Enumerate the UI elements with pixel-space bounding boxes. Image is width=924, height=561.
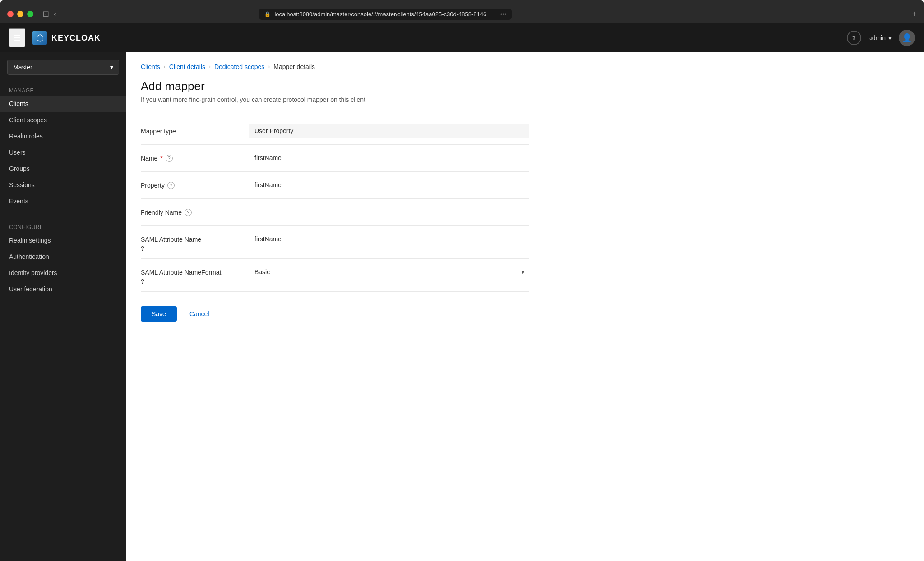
breadcrumb-sep-2: › [209,64,211,70]
mapper-type-field [249,124,529,138]
realm-selector[interactable]: Master ▾ [7,60,119,75]
sidebar-item-identity-providers[interactable]: Identity providers [0,265,126,281]
sidebar-item-client-scopes[interactable]: Client scopes [0,112,126,128]
form-row-friendly-name: Friendly Name ? [141,199,529,226]
breadcrumb: Clients › Client details › Dedicated sco… [141,63,910,70]
breadcrumb-client-details[interactable]: Client details [169,63,205,70]
admin-menu[interactable]: admin ▾ [869,34,892,41]
admin-chevron: ▾ [888,34,892,41]
url-text: localhost:8080/admin/master/console/#/ma… [274,11,486,18]
form-actions: Save Cancel [141,292,529,322]
sidebar-item-realm-roles[interactable]: Realm roles [0,128,126,144]
traffic-light-red[interactable] [7,11,14,17]
property-input[interactable] [249,178,529,192]
breadcrumb-current: Mapper details [273,63,315,70]
brand-name: KEYCLOAK [51,33,101,43]
back-btn[interactable]: ‹ [54,9,56,19]
lock-icon: 🔒 [264,11,271,17]
sidebar: Master ▾ Manage Clients Client scopes Re… [0,52,126,561]
cancel-button[interactable]: Cancel [184,306,215,322]
sidebar-item-users[interactable]: Users [0,144,126,161]
new-tab-btn[interactable]: + [912,9,917,19]
sidebar-item-events[interactable]: Events [0,193,126,209]
mapper-type-label: Mapper type [141,124,240,135]
form-row-saml-nameformat: SAML Attribute NameFormat ? Basic URI Re… [141,259,529,292]
admin-avatar[interactable]: 👤 [899,30,915,46]
form-row-saml-attr-name: SAML Attribute Name ? [141,226,529,259]
admin-label: admin [869,34,886,41]
brand-logo-link[interactable]: KEYCLOAK [32,31,101,45]
saml-nameformat-select-wrapper: Basic URI Reference Unspecified ▾ [249,265,529,279]
navbar-right: ? admin ▾ 👤 [847,30,915,46]
friendly-name-help-icon[interactable]: ? [185,209,192,216]
saml-attr-name-input[interactable] [249,232,529,246]
save-button[interactable]: Save [141,306,177,322]
main-content: Clients › Client details › Dedicated sco… [126,52,924,561]
property-field [249,178,529,192]
saml-nameformat-select[interactable]: Basic URI Reference Unspecified [249,265,529,279]
sidebar-divider [0,215,126,215]
hamburger-menu[interactable]: ☰ [9,28,25,47]
sidebar-item-authentication[interactable]: Authentication [0,248,126,265]
window-toggle-btn[interactable]: ⊡ [42,9,49,19]
sidebar-item-realm-settings[interactable]: Realm settings [0,232,126,248]
name-label: Name * ? [141,151,240,162]
name-input[interactable] [249,151,529,165]
property-help-icon[interactable]: ? [167,182,175,189]
manage-section-label: Manage [0,84,126,96]
traffic-light-green[interactable] [27,11,33,17]
saml-attr-name-help-icon[interactable]: ? [141,245,144,252]
breadcrumb-clients[interactable]: Clients [141,63,160,70]
saml-nameformat-help-icon[interactable]: ? [141,278,144,285]
form-container: Mapper type Name * ? [141,118,529,322]
friendly-name-label: Friendly Name ? [141,205,240,216]
help-button[interactable]: ? [847,31,861,45]
page-title: Add mapper [141,79,910,93]
sidebar-item-groups[interactable]: Groups [0,161,126,177]
keycloak-logo [32,31,47,45]
page-subtitle: If you want more fine-grain control, you… [141,96,910,103]
breadcrumb-sep-3: › [268,64,270,70]
configure-section-label: Configure [0,221,126,232]
realm-name: Master [13,64,32,71]
sidebar-item-sessions[interactable]: Sessions [0,177,126,193]
traffic-light-yellow[interactable] [17,11,23,17]
address-bar[interactable]: 🔒 localhost:8080/admin/master/console/#/… [259,9,512,20]
sidebar-item-user-federation[interactable]: User federation [0,281,126,297]
friendly-name-input[interactable] [249,205,529,219]
sidebar-item-clients[interactable]: Clients [0,96,126,112]
breadcrumb-dedicated-scopes[interactable]: Dedicated scopes [214,63,264,70]
saml-attr-name-label-wrap: SAML Attribute Name ? [141,232,240,252]
name-help-icon[interactable]: ? [166,155,173,162]
saml-nameformat-label-wrap: SAML Attribute NameFormat ? [141,265,240,285]
name-field [249,151,529,165]
property-label: Property ? [141,178,240,189]
breadcrumb-sep-1: › [164,64,166,70]
form-row-name: Name * ? [141,145,529,172]
saml-attr-name-field [249,232,529,246]
name-required: * [160,155,162,162]
navbar: ☰ KEYCLOAK ? admin ▾ 👤 [0,23,924,52]
more-icon: ••• [500,11,507,18]
saml-nameformat-field: Basic URI Reference Unspecified ▾ [249,265,529,279]
form-row-property: Property ? [141,172,529,199]
friendly-name-field [249,205,529,219]
form-row-mapper-type: Mapper type [141,118,529,145]
realm-chevron: ▾ [110,64,113,71]
mapper-type-input [249,124,529,138]
